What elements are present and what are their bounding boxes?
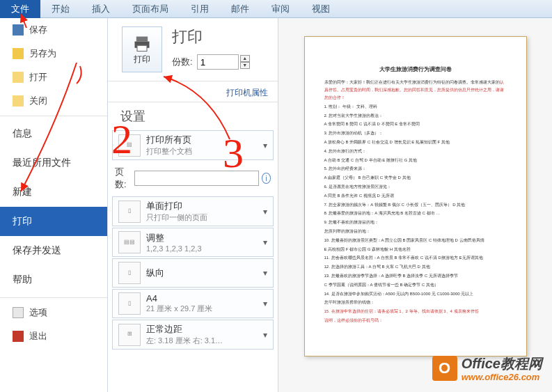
preview-line: 11. 您会喜欢哪些风景名胜：A 自然景 B 非常不喜欢 C 说不清 D旅游地方… (324, 254, 507, 262)
preview-line: 12. 您选择的旅游工具：A 自驾 B 火车 C 飞机大巴 D 其他 (324, 263, 507, 271)
spinner-down-icon[interactable]: ▼ (240, 62, 250, 69)
tab-home[interactable]: 开始 (40, 0, 81, 18)
open-icon (13, 72, 24, 83)
setting-label: 单面打印 (146, 200, 260, 212)
setting-sublabel: 21 厘米 x 29.7 厘米 (146, 304, 260, 314)
print-title: 打印 (172, 26, 250, 47)
tab-mailings[interactable]: 邮件 (220, 0, 260, 18)
setting-label: A4 (146, 293, 260, 304)
preview-redline: 15. 在旅游中常选择的住宿：请务必填写 1、2 等等。找出请依据 3、4 项表… (324, 308, 507, 315)
print-button-label: 打印 (134, 54, 150, 65)
sidebar-item-help[interactable]: 帮助 (0, 265, 107, 295)
sidebar-item-label: 关闭 (29, 95, 47, 107)
preview-line: A 放松身心 B 开阔眼界 C 社会交流 D 增长见识 E 拓展知识面 F 其他 (324, 139, 507, 146)
exit-icon (13, 331, 24, 342)
sidebar-item-label: 退出 (29, 330, 47, 343)
setting-print-range[interactable]: ▤ 打印所有页 打印整个文档 ▾ (112, 130, 274, 160)
watermark: O Office教程网 www.office26.com (432, 354, 542, 382)
setting-sublabel: 1,2,3 1,2,3 1,2,3 (146, 244, 260, 253)
svg-rect-2 (137, 45, 147, 51)
svg-rect-0 (136, 36, 148, 41)
margins-icon: ⊞ (118, 324, 141, 346)
preview-line: 13. 您最喜欢的旅游季节选择：A 选择旺季 B 选择淡季 C 无所谓选择季节 (324, 272, 507, 280)
tab-layout[interactable]: 页面布局 (121, 0, 180, 18)
chevron-down-icon: ▾ (263, 299, 267, 308)
preview-line: A 非常赞同 B 赞同 C 说不清 D 不赞同 E 非常不赞同 (324, 120, 507, 128)
setting-label: 纵向 (146, 267, 260, 279)
portrait-icon: ▯ (118, 262, 141, 284)
tab-review[interactable]: 审阅 (260, 0, 301, 18)
pages-input[interactable] (134, 171, 259, 186)
copies-input[interactable] (197, 54, 239, 70)
preview-line: 6. 是否愿意在地方性旅游景区游览： (324, 183, 507, 191)
preview-title: 大学生旅游消费行为调查问卷 (324, 65, 507, 75)
preview-line: 您平时旅游所携带的钱物： (324, 299, 507, 306)
preview-line: 5. 您外出的经费来源： (324, 165, 507, 173)
chevron-down-icon: ▾ (263, 237, 267, 247)
divider (0, 116, 107, 116)
single-side-icon: ▯ (118, 201, 141, 223)
divider (0, 297, 107, 298)
tab-view[interactable]: 视图 (301, 0, 341, 18)
tab-file[interactable]: 文件 (0, 0, 40, 18)
paper-icon: ▯ (118, 292, 141, 315)
preview-line: 3. 您外出旅游的动机（多选）： (324, 130, 507, 137)
chevron-down-icon: ▾ (263, 207, 267, 217)
info-icon[interactable]: i (262, 173, 271, 184)
setting-collate[interactable]: ▤▤ 调整 1,2,3 1,2,3 1,2,3 ▾ (112, 228, 274, 257)
copies-label: 份数: (172, 56, 193, 68)
preview-line: A 由家庭（父母） B 自己兼职 C 奖学金 D 其他 (324, 174, 507, 182)
preview-line: 2. 您对当前大学生旅游的看法： (324, 112, 507, 120)
preview-line: A 自助 B 交通 C 自驾 D 半自助 E 随旅行社 G 其他 (324, 157, 507, 164)
sidebar-item-saveas[interactable]: 另存为 (0, 42, 107, 65)
chevron-down-icon: ▾ (263, 268, 267, 278)
setting-label: 打印所有页 (146, 134, 260, 146)
preview-line: 4. 您外出旅行的方式： (324, 148, 507, 155)
preview-line: 8. 您最喜爱的旅游目的地：A 海滨风光地 B 名胜古迹 C 都市 … (324, 210, 507, 217)
sidebar-item-print[interactable]: 打印 (0, 207, 107, 236)
setting-label: 正常边距 (146, 323, 260, 336)
pages-icon: ▤ (118, 134, 141, 157)
setting-orientation[interactable]: ▯ 纵向 ▾ (112, 258, 274, 288)
watermark-logo: O (432, 356, 457, 381)
sidebar-item-close[interactable]: 关闭 (0, 89, 107, 113)
options-icon (13, 307, 24, 318)
watermark-text: Office教程网 (462, 354, 542, 373)
preview-line: 14. 是否在旅游中参加购买活动：A500 元以内 B500-1000 元 C1… (324, 290, 507, 298)
preview-line: 9. 您最不喜欢的旅游目的地： (324, 219, 507, 226)
sidebar-item-save[interactable]: 保存 (0, 18, 107, 42)
sidebar-item-label: 保存 (29, 24, 47, 36)
pages-label: 页数: (115, 166, 132, 191)
chevron-down-icon: ▾ (263, 141, 267, 150)
setting-sublabel: 左: 3.18 厘米 右: 3.1… (146, 336, 260, 346)
sidebar-item-new[interactable]: 新建 (0, 178, 107, 207)
sidebar-item-exit[interactable]: 退出 (0, 324, 107, 348)
setting-paper-size[interactable]: ▯ A4 21 厘米 x 29.7 厘米 ▾ (112, 289, 274, 318)
sidebar-item-recent[interactable]: 最近所用文件 (0, 148, 107, 178)
print-button[interactable]: 打印 (122, 26, 162, 72)
sidebar-item-sendsave[interactable]: 保存并发送 (0, 236, 107, 265)
print-panel: 打印 打印 份数: ▲▼ 打印机属性 设置 ▤ 打印所有页 打印整个文档 ▾ 页… (108, 18, 278, 392)
preview-line: 10. 您最喜好的旅游景区类型：A 国立公园 B 国家风景区 C 特殊地理地 D… (324, 237, 507, 244)
preview-page: 大学生旅游消费行为调查问卷 亲爱的同学：大家好！我们正在进行有关大学生旅游消费行… (304, 36, 527, 356)
setting-sides[interactable]: ▯ 单面打印 只打印一侧的页面 ▾ (112, 196, 274, 226)
collate-icon: ▤▤ (118, 231, 141, 253)
chevron-down-icon: ▾ (263, 330, 267, 340)
copies-spinner[interactable]: ▲▼ (240, 55, 250, 69)
setting-margins[interactable]: ⊞ 正常边距 左: 3.18 厘米 右: 3.1… ▾ (112, 320, 274, 350)
sidebar-item-open[interactable]: 打开 (0, 65, 107, 89)
sidebar-item-options[interactable]: 选项 (0, 301, 107, 324)
printer-properties-link[interactable]: 打印机属性 (108, 81, 278, 102)
sidebar-item-info[interactable]: 信息 (0, 119, 107, 148)
preview-line: C 季节因素（说明原因：A 值钱节省一些 B 确定季节 C 其他） (324, 281, 507, 289)
save-icon (13, 24, 24, 36)
saveas-icon (13, 48, 24, 59)
preview-redline: 说明，这样必须你的手机号码： (324, 317, 507, 324)
tab-references[interactable]: 引用 (180, 0, 220, 18)
spinner-up-icon[interactable]: ▲ (240, 55, 250, 62)
setting-label: 调整 (146, 232, 260, 244)
sidebar-item-label: 打开 (29, 71, 47, 84)
setting-sublabel: 打印整个文档 (146, 146, 260, 157)
print-preview-area: 大学生旅游消费行为调查问卷 亲爱的同学：大家好！我们正在进行有关大学生旅游消费行… (278, 18, 552, 392)
tab-insert[interactable]: 插入 (81, 0, 121, 18)
